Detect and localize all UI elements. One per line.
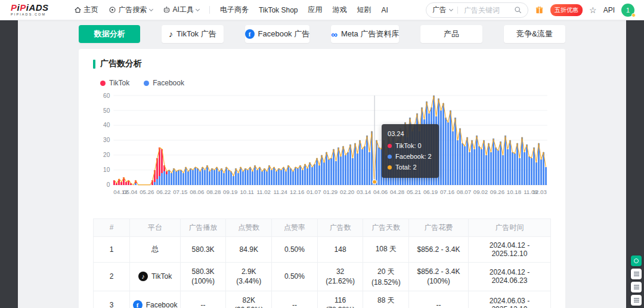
bar-facebook [476, 135, 478, 184]
gift-icon[interactable] [535, 5, 544, 14]
bar-facebook [397, 140, 399, 185]
bar-facebook [163, 171, 165, 184]
bar-tiktok [159, 147, 160, 175]
api-link[interactable]: API [603, 6, 615, 14]
bar-facebook [154, 182, 156, 185]
bar-tiktok [166, 171, 168, 174]
bar-facebook [156, 179, 158, 185]
cell-percentage: (21.62%) [320, 277, 361, 285]
bar-facebook [490, 152, 492, 185]
bar-facebook [271, 170, 273, 185]
bar-facebook [514, 153, 516, 184]
bar-facebook [249, 167, 251, 185]
nav-item[interactable]: 短剧 [357, 5, 371, 15]
tab-竞争&流量[interactable]: 竞争&流量 [504, 25, 565, 43]
widget-top-button[interactable] [631, 295, 642, 306]
bar-facebook [185, 167, 187, 185]
star-icon[interactable]: ☆ [589, 6, 597, 14]
bar-facebook [180, 170, 182, 185]
nav-item-label: 短剧 [357, 5, 371, 15]
bar-facebook [352, 158, 354, 185]
tab-Meta 广告资料库[interactable]: ∞Meta 广告资料库 [331, 25, 399, 43]
logo[interactable]: PiPiADS PIPIADS.COM [11, 3, 49, 17]
nav-item[interactable]: AI工具 [163, 5, 199, 15]
bar-facebook [471, 140, 473, 185]
legend-item-facebook[interactable]: Facebook [144, 79, 184, 87]
x-axis-label: 12.03 [532, 189, 547, 195]
bar-facebook [135, 183, 137, 184]
nav-right: 广告 五折优惠 ☆ API 1 [426, 2, 634, 18]
bar-facebook [512, 152, 513, 185]
table-header-cell: 点赞率 [272, 218, 318, 236]
tab-TikTok 广告[interactable]: ♪TikTok 广告 [162, 25, 223, 43]
nav-item[interactable]: TikTok Shop [259, 6, 298, 14]
tab-数据分析[interactable]: 数据分析 [79, 25, 140, 43]
search-bar[interactable]: 广告 [426, 2, 528, 18]
bar-facebook [454, 118, 456, 184]
search-input[interactable] [463, 5, 514, 15]
promo-badge[interactable]: 五折优惠 [550, 4, 583, 16]
cell-percentage: (100%) [183, 277, 224, 285]
bar-facebook [330, 158, 332, 185]
bar-facebook [161, 173, 163, 185]
nav-item[interactable]: 游戏 [332, 5, 346, 15]
table-cell: 2024.04.12 - 2025.12.10 [468, 236, 550, 262]
cell-index: 3 [94, 291, 130, 308]
bar-facebook [419, 131, 420, 185]
search-category-label: 广告 [432, 5, 447, 15]
x-axis-label: 03.14 [357, 189, 371, 195]
section-title-text: 广告数分析 [100, 58, 142, 69]
table-cell: -- [180, 291, 226, 308]
bar-facebook [287, 165, 289, 184]
nav-item[interactable]: 电子商务 [220, 5, 249, 15]
bar-facebook [493, 138, 494, 184]
platform-name: TikTok [151, 272, 172, 281]
x-axis-label: 10.11 [240, 189, 254, 195]
bar-facebook [466, 137, 468, 185]
widget-feedback-button[interactable] [631, 282, 642, 292]
nav-item[interactable]: 应用 [308, 5, 322, 15]
tab-产品[interactable]: 产品 [420, 25, 482, 43]
table-header-cell: 广告播放 [180, 218, 226, 236]
nav-item[interactable]: 广告搜索 [109, 5, 153, 15]
bar-facebook [357, 153, 358, 184]
user-avatar[interactable]: 1 [621, 4, 634, 17]
widget-chat-button[interactable] [631, 255, 642, 266]
legend-item-tiktok[interactable]: TikTok [100, 79, 129, 87]
bar-facebook [335, 161, 337, 185]
bar-facebook [452, 131, 454, 185]
tab-Facebook 广告[interactable]: fFacebook 广告 [245, 25, 310, 43]
bar-facebook [323, 162, 325, 184]
nav-item[interactable]: 主页 [74, 5, 98, 15]
ads-count-chart[interactable]: 010203040506004.1205.0405.2606.2207.1508… [93, 90, 551, 201]
search-category-select[interactable]: 广告 [432, 5, 453, 15]
cell-platform: fFacebook [130, 291, 180, 308]
nav-item-label: 主页 [84, 5, 98, 15]
bar-facebook [488, 143, 490, 185]
bar-facebook [464, 146, 466, 185]
legend-dot [144, 81, 149, 86]
main-nav: 主页广告搜索AI工具电子商务TikTok Shop应用游戏短剧AI [74, 5, 388, 15]
search-icon[interactable] [514, 6, 522, 14]
logo-subtitle: PIPIADS.COM [11, 13, 49, 17]
x-axis-label: 01.07 [306, 189, 321, 195]
bar-facebook [228, 170, 230, 185]
bar-facebook [252, 171, 253, 184]
bar-facebook [416, 113, 418, 185]
x-axis-label: 12.16 [290, 189, 304, 195]
bar-facebook [364, 146, 366, 185]
bar-facebook [194, 167, 196, 185]
x-axis-label: 10.18 [507, 189, 521, 195]
platform-name: Facebook [146, 301, 178, 308]
nav-item-label: 电子商务 [220, 5, 249, 15]
bar-facebook [347, 152, 349, 185]
bar-facebook [433, 96, 435, 185]
table-cell: 148 [317, 236, 363, 262]
bar-facebook [385, 155, 387, 185]
chart-area[interactable]: 010203040506004.1205.0405.2606.2207.1508… [93, 90, 551, 201]
cell-value: -- [201, 301, 206, 308]
bar-facebook [233, 176, 234, 185]
nav-item[interactable]: AI [381, 6, 388, 14]
widget-menu-button[interactable] [631, 269, 642, 279]
logo-letter: ADS [29, 2, 48, 13]
